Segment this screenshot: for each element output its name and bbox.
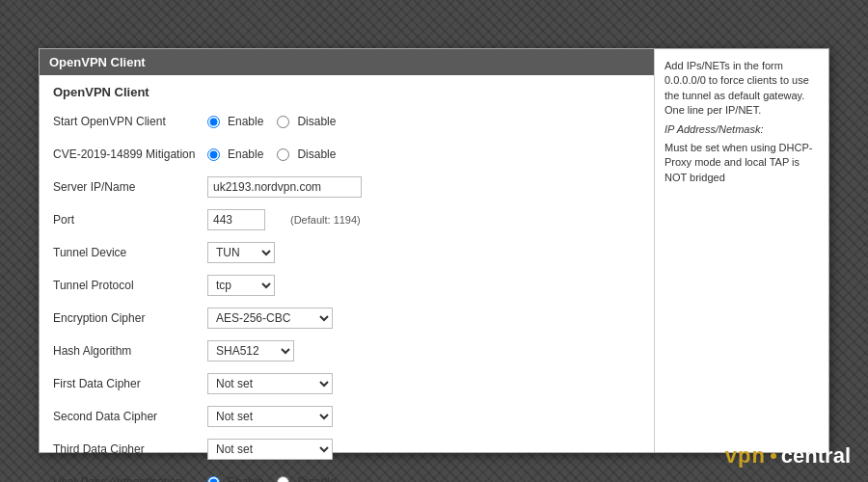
hash-algorithm-label: Hash Algorithm (53, 344, 207, 358)
start-openvpn-enable-label: Enable (228, 115, 263, 128)
start-openvpn-row: Start OpenVPN Client Enable Disable (53, 109, 640, 134)
watermark: vpn central (725, 443, 851, 469)
port-label: Port (53, 213, 207, 227)
encryption-cipher-select[interactable]: AES-256-CBC AES-128-CBC AES-256-GCM None (207, 308, 333, 329)
encryption-cipher-row: Encryption Cipher AES-256-CBC AES-128-CB… (53, 306, 640, 331)
server-ip-control (207, 176, 362, 198)
left-panel: OpenVPN Client OpenVPN Client Start Open… (40, 49, 655, 452)
third-data-cipher-control: Not set AES-256-GCM AES-128-GCM (207, 439, 333, 460)
start-openvpn-label: Start OpenVPN Client (53, 115, 207, 128)
tunnel-device-label: Tunnel Device (53, 246, 207, 259)
cve-mitigation-enable-radio[interactable] (207, 148, 220, 161)
main-container: OpenVPN Client OpenVPN Client Start Open… (39, 48, 829, 453)
start-openvpn-disable-label: Disable (297, 115, 336, 128)
start-openvpn-control: Enable Disable (207, 115, 343, 128)
second-data-cipher-label: Second Data Cipher (53, 410, 207, 423)
encryption-cipher-control: AES-256-CBC AES-128-CBC AES-256-GCM None (207, 308, 333, 329)
third-data-cipher-label: Third Data Cipher (53, 442, 207, 456)
encryption-cipher-label: Encryption Cipher (53, 311, 207, 325)
user-pass-auth-enable-radio[interactable] (207, 476, 220, 483)
tunnel-protocol-label: Tunnel Protocol (53, 279, 207, 292)
third-data-cipher-select[interactable]: Not set AES-256-GCM AES-128-GCM (207, 439, 333, 460)
server-ip-input[interactable] (207, 176, 362, 198)
watermark-dot (771, 453, 776, 459)
cve-mitigation-label: CVE-2019-14899 Mitigation (53, 147, 207, 161)
port-control: (Default: 1194) (207, 209, 361, 230)
server-ip-row: Server IP/Name (53, 174, 640, 200)
user-pass-auth-label: User Pass Authentication (53, 475, 207, 482)
watermark-central-text: central (781, 443, 851, 469)
second-data-cipher-select[interactable]: Not set AES-256-GCM AES-128-GCM (207, 406, 333, 427)
cve-mitigation-row: CVE-2019-14899 Mitigation Enable Disable (53, 142, 640, 167)
tunnel-device-control: TUN TAP (207, 242, 275, 263)
tunnel-device-row: Tunnel Device TUN TAP (53, 240, 640, 265)
port-input[interactable] (207, 209, 265, 230)
right-panel: Add IPs/NETs in the form 0.0.0.0/0 to fo… (655, 49, 828, 452)
third-data-cipher-row: Third Data Cipher Not set AES-256-GCM AE… (53, 437, 640, 462)
tunnel-protocol-select[interactable]: tcp udp (207, 275, 275, 296)
tunnel-protocol-control: tcp udp (207, 275, 275, 296)
user-pass-auth-disable-label: Disable (297, 475, 336, 482)
panel-content: OpenVPN Client Start OpenVPN Client Enab… (40, 75, 654, 482)
cve-mitigation-disable-label: Disable (297, 147, 336, 161)
user-pass-auth-row: User Pass Authentication Enable Disable (53, 469, 640, 482)
right-panel-text3: Must be set when using DHCP-Proxy mode a… (665, 141, 819, 185)
second-data-cipher-row: Second Data Cipher Not set AES-256-GCM A… (53, 404, 640, 429)
section-title: OpenVPN Client (53, 85, 640, 99)
cve-mitigation-disable-radio[interactable] (277, 148, 289, 161)
user-pass-auth-disable-radio[interactable] (277, 476, 289, 483)
first-data-cipher-control: Not set AES-256-GCM AES-128-GCM (207, 373, 333, 394)
panel-title: OpenVPN Client (49, 55, 146, 69)
tunnel-protocol-row: Tunnel Protocol tcp udp (53, 273, 640, 298)
user-pass-auth-control: Enable Disable (207, 475, 343, 482)
right-panel-text1: Add IPs/NETs in the form 0.0.0.0/0 to fo… (665, 59, 819, 119)
cve-mitigation-enable-label: Enable (228, 147, 263, 161)
first-data-cipher-row: First Data Cipher Not set AES-256-GCM AE… (53, 371, 640, 396)
watermark-vpn-text: vpn (725, 443, 766, 469)
start-openvpn-disable-radio[interactable] (277, 116, 289, 128)
hash-algorithm-control: SHA512 SHA256 SHA1 MD5 (207, 340, 294, 362)
panel-header: OpenVPN Client (40, 49, 654, 75)
second-data-cipher-control: Not set AES-256-GCM AES-128-GCM (207, 406, 333, 427)
port-default-hint: (Default: 1194) (290, 214, 361, 226)
cve-mitigation-control: Enable Disable (207, 147, 343, 161)
tunnel-device-select[interactable]: TUN TAP (207, 242, 275, 263)
user-pass-auth-enable-label: Enable (228, 475, 263, 482)
first-data-cipher-select[interactable]: Not set AES-256-GCM AES-128-GCM (207, 373, 333, 394)
start-openvpn-enable-radio[interactable] (207, 116, 220, 128)
server-ip-label: Server IP/Name (53, 180, 207, 194)
right-panel-text2: IP Address/Netmask: (665, 122, 819, 137)
hash-algorithm-row: Hash Algorithm SHA512 SHA256 SHA1 MD5 (53, 338, 640, 363)
hash-algorithm-select[interactable]: SHA512 SHA256 SHA1 MD5 (207, 340, 294, 362)
port-row: Port (Default: 1194) (53, 207, 640, 232)
first-data-cipher-label: First Data Cipher (53, 377, 207, 390)
